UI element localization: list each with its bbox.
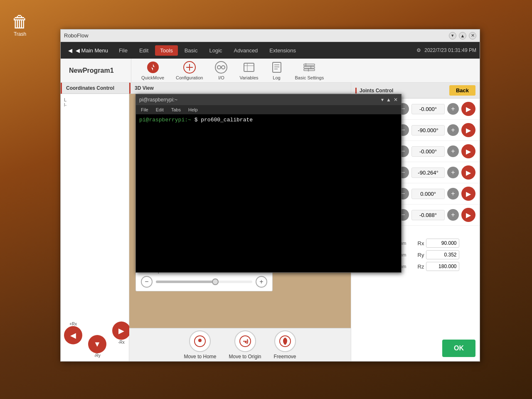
coord-label-l: Ll- <box>64 97 126 107</box>
menu-edit[interactable]: Edit <box>134 45 153 56</box>
terminal-menu-file[interactable]: File <box>138 106 152 113</box>
coordinates-control-title: Coordinates Control <box>61 83 129 94</box>
move-to-home-btn[interactable]: Move to Home <box>184 330 216 360</box>
coord-ry-axis: Ry <box>418 252 424 258</box>
joint-5-right-btn[interactable]: ▶ <box>461 187 475 201</box>
coord-rz-row: Rz <box>418 262 476 271</box>
minusry-label: -Ry <box>88 353 106 358</box>
joints-title: Joints Control <box>355 88 393 94</box>
middle-panel: 3D View pi@raspberrypi:~ ▾ ▲ ✕ File Ed <box>129 83 351 361</box>
tool-basic-settings[interactable]: Basic Settings <box>289 59 330 82</box>
move-origin-label: Move to Origin <box>229 354 261 360</box>
coord-rz-input[interactable] <box>426 262 459 271</box>
speed-slider-track[interactable] <box>156 281 252 283</box>
terminal-menu-help[interactable]: Help <box>185 106 201 113</box>
joint-1-right-btn[interactable]: ▶ <box>461 102 475 116</box>
ok-button[interactable]: OK <box>442 340 475 357</box>
view-area: pi@raspberrypi:~ ▾ ▲ ✕ File Edit Tabs He… <box>129 94 351 328</box>
configuration-label: Configuration <box>176 75 203 80</box>
tool-log[interactable]: Log <box>264 59 289 82</box>
maximize-btn[interactable]: ▲ <box>459 32 466 39</box>
joint-3-right-btn[interactable]: ▶ <box>461 144 475 158</box>
terminal-close[interactable]: ✕ <box>394 97 398 103</box>
svg-rect-17 <box>304 66 315 68</box>
coord-ry-input[interactable] <box>426 250 459 259</box>
jog-area: +Rx ◀ ▶ -Rx ▼ -Ry <box>61 305 129 361</box>
terminal-menu: File Edit Tabs Help <box>136 105 401 114</box>
svg-point-23 <box>198 339 202 342</box>
basic-settings-label: Basic Settings <box>295 75 324 80</box>
svg-point-6 <box>217 66 221 69</box>
minusrx-label: -Rx <box>112 340 131 345</box>
coord-rx-input[interactable] <box>426 239 459 248</box>
window-title: RoboFlow <box>64 32 89 39</box>
coord-ry-row: Ry <box>418 250 476 259</box>
joint-2-right-btn[interactable]: ▶ <box>461 123 475 137</box>
speed-slider-thumb[interactable] <box>212 278 219 285</box>
left-panel: Coordinates Control Ll- +Rx ◀ ▶ -Rx <box>61 83 129 361</box>
joint-6-right-btn[interactable]: ▶ <box>461 208 475 222</box>
io-label: I/O <box>218 75 224 80</box>
3d-view-title: 3D View <box>129 83 351 94</box>
freemove-label: Freemove <box>274 354 296 360</box>
log-icon <box>270 61 283 74</box>
svg-rect-18 <box>304 69 315 71</box>
terminal-controls: ▾ ▲ ✕ <box>381 97 398 103</box>
joint-4-right-btn[interactable]: ▶ <box>461 165 475 180</box>
terminal-content[interactable]: pi@raspberrypi:~ $ pro600_calibrate <box>136 114 401 272</box>
back-button[interactable]: Back <box>449 85 475 96</box>
terminal-menu-tabs[interactable]: Tabs <box>168 106 184 113</box>
tool-io[interactable]: I/O <box>209 59 234 82</box>
terminal-maximize[interactable]: ▲ <box>386 97 391 103</box>
terminal-menu-edit[interactable]: Edit <box>153 106 167 113</box>
program-name: NewProgram1 <box>65 59 131 82</box>
io-icon <box>214 61 228 74</box>
joint-3-plus-btn[interactable]: + <box>447 145 459 157</box>
jog-pad: +Rx ◀ ▶ -Rx ▼ -Ry <box>64 308 131 358</box>
settings-icon: ⚙ <box>416 47 421 53</box>
move-to-origin-btn[interactable]: Move to Origin <box>229 330 261 360</box>
terminal-command: $ pro600_calibrate <box>191 117 253 123</box>
terminal-title: pi@raspberrypi:~ <box>139 97 177 103</box>
joint-2-value: -90.000° <box>411 125 445 135</box>
joint-6-value: -0.088° <box>411 210 445 220</box>
joint-1-plus-btn[interactable]: + <box>447 103 459 115</box>
jog-left-btn[interactable]: ◀ <box>64 326 82 345</box>
menu-logic[interactable]: Logic <box>204 45 227 56</box>
joint-4-value: -90.264° <box>411 167 445 178</box>
menu-advanced[interactable]: Advanced <box>229 45 263 56</box>
terminal-minimize[interactable]: ▾ <box>381 97 384 103</box>
tool-configuration[interactable]: Configuration <box>170 59 209 82</box>
freemove-btn[interactable]: Freemove <box>274 330 296 360</box>
joint-5-plus-btn[interactable]: + <box>447 188 459 200</box>
close-btn[interactable]: ✕ <box>469 32 476 39</box>
trash-icon[interactable]: 🗑 Trash <box>12 12 28 37</box>
basic-settings-icon <box>303 61 316 74</box>
menu-file[interactable]: File <box>114 45 133 56</box>
menu-extensions[interactable]: Extensions <box>264 45 301 56</box>
content-area: Coordinates Control Ll- +Rx ◀ ▶ -Rx <box>61 83 480 361</box>
jog-right-btn[interactable]: ▶ <box>112 322 131 340</box>
joint-3-value: -0.000° <box>411 146 445 157</box>
joint-2-plus-btn[interactable]: + <box>447 124 459 136</box>
joint-4-plus-btn[interactable]: + <box>447 167 459 178</box>
svg-point-7 <box>222 66 225 69</box>
joint-6-plus-btn[interactable]: + <box>447 209 459 221</box>
speed-decrease-btn[interactable]: − <box>141 276 153 288</box>
toolbar-tools: QuickMove Configuration <box>131 59 475 82</box>
coord-rx-axis: Rx <box>418 240 424 246</box>
menu-tools[interactable]: Tools <box>155 45 177 56</box>
menu-basic[interactable]: Basic <box>180 45 203 56</box>
tool-variables[interactable]: Variables <box>234 59 264 82</box>
menu-datetime: ⚙ 2022/7/23 01:31:49 PM <box>416 47 476 53</box>
minimize-btn[interactable]: ▾ <box>449 32 456 39</box>
terminal-window: pi@raspberrypi:~ ▾ ▲ ✕ File Edit Tabs He… <box>135 94 401 273</box>
tool-quickmove[interactable]: QuickMove <box>135 59 170 82</box>
coord-rz-axis: Rz <box>418 264 424 270</box>
variables-label: Variables <box>239 75 258 80</box>
move-origin-icon <box>234 330 256 352</box>
quickmove-label: QuickMove <box>141 75 164 80</box>
main-menu-back[interactable]: ◀ ◀ Main Menu <box>64 46 112 55</box>
speed-increase-btn[interactable]: + <box>256 276 267 288</box>
jog-down-btn[interactable]: ▼ <box>88 335 106 353</box>
